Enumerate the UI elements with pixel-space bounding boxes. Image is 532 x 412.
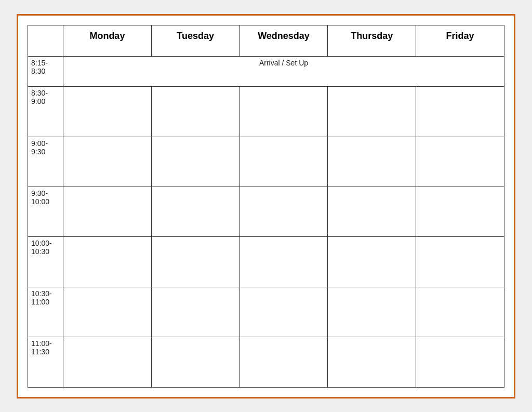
time-row-5: 10:30-11:00 [28, 287, 504, 337]
cell-wed-2 [240, 137, 328, 187]
time-row-6: 11:00-11:30 [28, 337, 504, 387]
time-slot-1: 8:30-9:00 [28, 87, 63, 137]
cell-tue-2 [151, 137, 240, 187]
header-thursday: Thursday [328, 25, 416, 56]
time-slot-4: 10:00-10:30 [28, 237, 63, 287]
arrival-cell: Arrival / Set Up [63, 56, 504, 87]
cell-fri-2 [416, 137, 504, 187]
cell-mon-6 [63, 337, 152, 387]
cell-thu-5 [328, 287, 416, 337]
cell-fri-4 [416, 237, 504, 287]
cell-tue-4 [151, 237, 240, 287]
cell-tue-3 [151, 187, 240, 237]
time-slot-3: 9:30-10:00 [28, 187, 63, 237]
time-slot-0: 8:15-8:30 [28, 56, 63, 87]
cell-mon-4 [63, 237, 152, 287]
time-slot-5: 10:30-11:00 [28, 287, 63, 337]
time-row-4: 10:00-10:30 [28, 237, 504, 287]
cell-fri-6 [416, 337, 504, 387]
cell-thu-3 [328, 187, 416, 237]
page-container: Monday Tuesday Wednesday Thursday Friday… [17, 14, 515, 398]
header-wednesday: Wednesday [240, 25, 328, 56]
cell-fri-5 [416, 287, 504, 337]
cell-wed-6 [240, 337, 328, 387]
cell-thu-6 [328, 337, 416, 387]
arrival-row: 8:15-8:30 Arrival / Set Up [28, 56, 504, 87]
schedule-table: Monday Tuesday Wednesday Thursday Friday… [28, 25, 504, 388]
cell-wed-4 [240, 237, 328, 287]
cell-fri-1 [416, 87, 504, 137]
cell-fri-3 [416, 187, 504, 237]
cell-mon-5 [63, 287, 152, 337]
time-row-2: 9:00-9:30 [28, 137, 504, 187]
time-slot-6: 11:00-11:30 [28, 337, 63, 387]
time-row-1: 8:30-9:00 [28, 87, 504, 137]
cell-mon-2 [63, 137, 152, 187]
header-tuesday: Tuesday [151, 25, 240, 56]
cell-tue-5 [151, 287, 240, 337]
time-slot-2: 9:00-9:30 [28, 137, 63, 187]
header-time-cell [28, 25, 63, 56]
cell-tue-6 [151, 337, 240, 387]
cell-thu-4 [328, 237, 416, 287]
cell-wed-3 [240, 187, 328, 237]
time-row-3: 9:30-10:00 [28, 187, 504, 237]
cell-thu-2 [328, 137, 416, 187]
header-monday: Monday [63, 25, 152, 56]
cell-mon-3 [63, 187, 152, 237]
header-row: Monday Tuesday Wednesday Thursday Friday [28, 25, 504, 56]
header-friday: Friday [416, 25, 504, 56]
cell-tue-1 [151, 87, 240, 137]
cell-mon-1 [63, 87, 152, 137]
cell-wed-1 [240, 87, 328, 137]
cell-wed-5 [240, 287, 328, 337]
cell-thu-1 [328, 87, 416, 137]
